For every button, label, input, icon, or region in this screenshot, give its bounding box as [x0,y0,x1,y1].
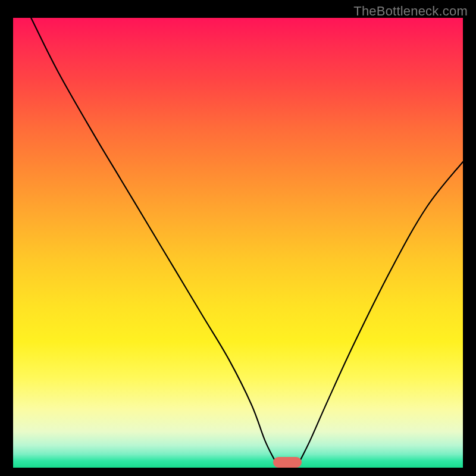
optimal-marker [273,457,302,468]
curve-right-branch [299,162,463,464]
chart-frame: TheBottleneck.com [0,0,476,476]
plot-area [13,18,463,468]
curve-left-branch [31,18,276,463]
bottleneck-curve [13,18,463,468]
watermark-text: TheBottleneck.com [353,4,468,19]
